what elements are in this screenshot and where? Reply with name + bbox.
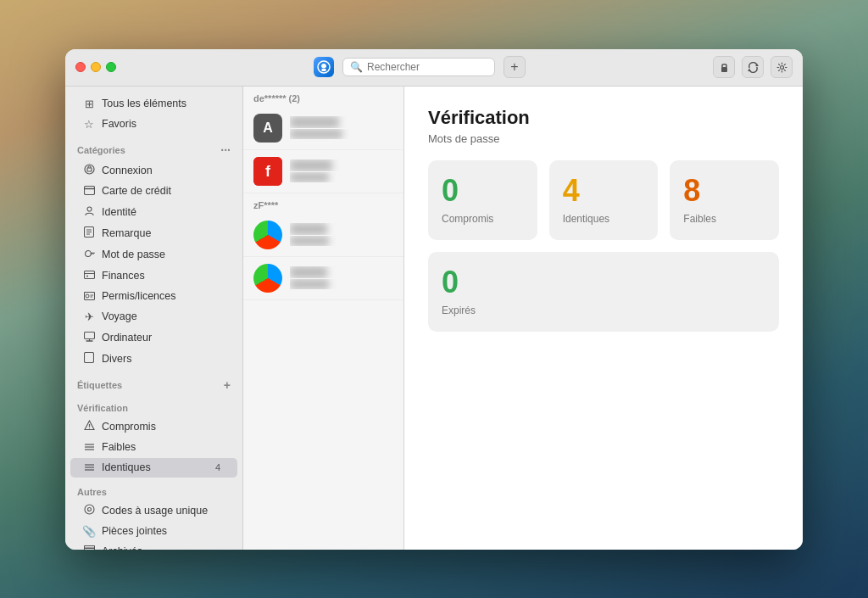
ordinateur-icon <box>82 331 96 344</box>
page-subtitle: Mots de passe <box>428 132 779 145</box>
close-button[interactable] <box>75 62 86 72</box>
mot-de-passe-icon <box>82 248 96 261</box>
faibles-icon <box>82 441 96 454</box>
svg-point-30 <box>88 428 89 428</box>
sidebar-item-identiques[interactable]: Identiques 4 <box>70 458 237 478</box>
svg-rect-18 <box>84 271 94 278</box>
verification-header: Vérification <box>65 394 242 416</box>
titlebar: 🔍 + <box>65 49 803 87</box>
avatar <box>253 221 282 249</box>
svg-rect-28 <box>85 352 94 362</box>
stat-label-faibles: Faibles <box>683 213 765 225</box>
app-window: 🔍 + ⊞ Tous les éléments <box>65 49 803 550</box>
sidebar-item-remarque[interactable]: Remarque <box>70 223 237 243</box>
maximize-button[interactable] <box>106 62 116 72</box>
sidebar-item-permis[interactable]: Permis/licences <box>70 287 237 306</box>
list-item-info: fnac•••••• •••••••••••• <box>290 159 393 182</box>
sidebar-item-identite[interactable]: Identité <box>70 202 237 222</box>
sidebar-item-voyage[interactable]: ✈ Voyage <box>70 307 237 327</box>
etiquettes-add-button[interactable]: + <box>224 378 231 392</box>
pieces-jointes-icon: 📎 <box>82 525 96 538</box>
page-title: Vérification <box>428 107 779 129</box>
svg-point-38 <box>87 507 91 511</box>
titlebar-actions <box>713 56 793 78</box>
avatar: f <box>253 157 282 186</box>
permis-icon <box>82 290 96 303</box>
stat-number-faibles: 8 <box>683 176 765 206</box>
sidebar-item-connexion[interactable]: Connexion <box>70 160 237 181</box>
search-input[interactable] <box>367 61 486 73</box>
stat-label-expires: Expirés <box>442 305 765 316</box>
sidebar-item-finances[interactable]: Finances <box>70 265 237 286</box>
settings-button[interactable] <box>771 56 793 78</box>
stat-card-expires[interactable]: 0 Expirés <box>428 252 779 332</box>
stat-card-compromis[interactable]: 0 Compromis <box>428 160 537 240</box>
svg-text:f: f <box>265 163 271 180</box>
carte-credit-icon <box>82 185 96 198</box>
svg-point-22 <box>86 294 89 298</box>
svg-point-20 <box>86 275 88 277</box>
list-item[interactable]: •••••••••• •••••••••••• <box>243 257 403 300</box>
stats-row: 0 Compromis 4 Identiques 8 Faibles 0 Exp… <box>428 160 779 332</box>
sidebar: ⊞ Tous les éléments ☆ Favoris Catégories… <box>65 87 243 550</box>
svg-rect-40 <box>84 545 94 548</box>
list-item-sub: •••••••••••••••• <box>290 129 393 139</box>
traffic-lights <box>75 62 116 72</box>
lock-button[interactable] <box>713 56 735 78</box>
svg-rect-25 <box>84 332 94 338</box>
stat-number-identiques: 4 <box>563 176 645 206</box>
compromis-icon <box>82 420 96 433</box>
sidebar-item-archives[interactable]: Archivés <box>70 542 237 550</box>
stat-number-compromis: 0 <box>442 176 524 206</box>
all-items-icon: ⊞ <box>82 98 96 110</box>
main-panel: Vérification Mots de passe 0 Compromis 4… <box>404 87 803 550</box>
stat-card-faibles[interactable]: 8 Faibles <box>670 160 779 240</box>
sidebar-item-mot-de-passe[interactable]: Mot de passe <box>70 244 237 265</box>
categories-more-button[interactable]: ··· <box>220 143 231 157</box>
search-bar[interactable]: 🔍 <box>342 58 495 76</box>
sidebar-item-carte-credit[interactable]: Carte de crédit <box>70 182 237 201</box>
svg-marker-3 <box>748 69 751 71</box>
svg-point-14 <box>85 250 91 256</box>
add-button[interactable]: + <box>504 56 526 78</box>
autres-header: Autres <box>65 478 242 500</box>
list-item-info: de•••••••••• •••••••••••••••• <box>290 116 393 139</box>
svg-point-4 <box>780 65 783 69</box>
middle-panel: de****** (2) A de•••••••••• ••••••••••••… <box>243 87 404 550</box>
list-item-name: fnac•••••• <box>290 159 393 171</box>
identite-icon <box>82 205 96 219</box>
app-icon <box>314 57 334 77</box>
list-item-name: de•••••••••• <box>290 116 393 128</box>
sidebar-item-ordinateur[interactable]: Ordinateur <box>70 327 237 348</box>
list-item[interactable]: f fnac•••••• •••••••••••• <box>243 150 403 193</box>
codes-icon <box>82 504 96 517</box>
minimize-button[interactable] <box>91 62 101 72</box>
sync-button[interactable] <box>742 56 764 78</box>
connexion-icon <box>82 164 96 177</box>
sidebar-item-faibles[interactable]: Faibles <box>70 438 237 457</box>
identiques-icon <box>82 461 96 474</box>
stat-label-identiques: Identiques <box>563 213 645 225</box>
favorites-icon: ☆ <box>82 118 96 131</box>
identiques-badge: 4 <box>210 461 225 473</box>
etiquettes-header: Étiquettes + <box>65 370 242 394</box>
stat-label-compromis: Compromis <box>442 213 524 225</box>
titlebar-center: 🔍 + <box>126 56 713 78</box>
sidebar-item-pieces-jointes[interactable]: 📎 Pièces jointes <box>70 522 237 541</box>
sidebar-item-favorites[interactable]: ☆ Favoris <box>70 115 237 134</box>
sidebar-item-compromis[interactable]: Compromis <box>70 416 237 437</box>
list-item-sub: •••••••••••• <box>290 279 393 289</box>
voyage-icon: ✈ <box>82 310 96 323</box>
group1-header: de****** (2) <box>243 87 403 107</box>
content-area: ⊞ Tous les éléments ☆ Favoris Catégories… <box>65 87 803 550</box>
list-item[interactable]: •••••••••• •••••••••••• <box>243 214 403 257</box>
sidebar-item-all[interactable]: ⊞ Tous les éléments <box>70 94 237 114</box>
list-item[interactable]: A de•••••••••• •••••••••••••••• <box>243 107 403 150</box>
sidebar-item-codes-usage-unique[interactable]: Codes à usage unique <box>70 500 237 521</box>
sidebar-item-divers[interactable]: Divers <box>70 349 237 369</box>
list-item-sub: •••••••••••• <box>290 236 393 246</box>
stat-card-identiques[interactable]: 4 Identiques <box>549 160 659 240</box>
avatar: A <box>253 114 282 143</box>
group2-header: zF**** <box>243 193 403 214</box>
search-icon: 🔍 <box>350 61 363 73</box>
